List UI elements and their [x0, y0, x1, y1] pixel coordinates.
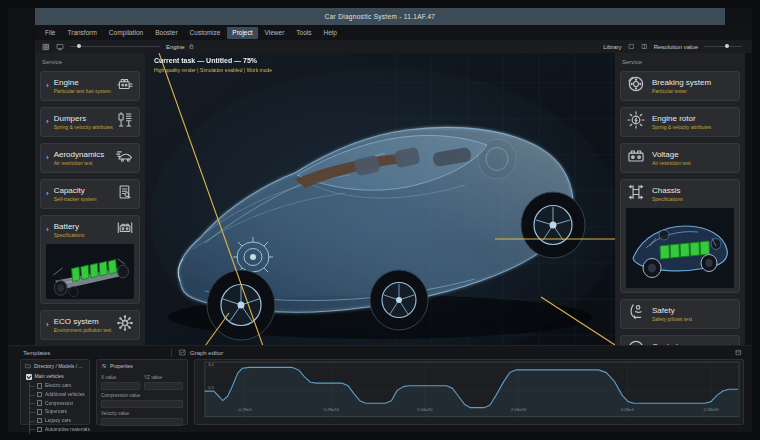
card-title: Chassis	[652, 186, 734, 195]
tree-item-marker	[37, 427, 43, 433]
directory-header: Directory / Models / ...	[34, 363, 83, 369]
eco-icon	[116, 314, 134, 332]
app-frame: Car Diagnostic System - 11.1AF.47 FileTr…	[8, 8, 752, 432]
tree-root-item[interactable]: Main vehicles	[26, 374, 86, 380]
chevron-right-icon: ›	[46, 226, 49, 234]
service-card-safety[interactable]: SafetySafety pillows test	[620, 299, 740, 329]
chevron-right-icon: ›	[46, 321, 49, 329]
card-title: Battery	[54, 222, 116, 231]
checkbox-checked-icon[interactable]	[26, 374, 32, 380]
layout-single-icon[interactable]	[628, 43, 635, 50]
properties-header: Properties	[110, 363, 133, 369]
damper-icon	[116, 111, 134, 129]
menu-item-booster[interactable]: Booster	[150, 27, 182, 39]
graph-editor-header[interactable]: Graph editor	[179, 349, 223, 356]
brake-icon	[626, 74, 646, 94]
lock-icon	[188, 43, 195, 50]
layout-split-icon[interactable]	[641, 43, 648, 50]
panel-options-icon[interactable]	[735, 349, 742, 356]
sliders-icon	[101, 363, 107, 369]
folder-icon	[25, 363, 31, 369]
tree-item-marker	[37, 400, 43, 406]
yz-value-input[interactable]	[144, 382, 183, 391]
engine-selector[interactable]: Engine	[166, 43, 195, 50]
left-service-header: Service	[35, 55, 145, 71]
menu-item-transform[interactable]: Transform	[62, 27, 101, 39]
service-card-dumpers[interactable]: ›DumpersSpring & velocity attributes	[40, 107, 140, 137]
card-title: Engine	[54, 78, 116, 87]
chassis-preview-image	[626, 208, 734, 288]
aerodynamics-icon	[116, 147, 134, 165]
car-render	[145, 53, 615, 346]
monitor-icon	[56, 43, 64, 51]
velocity-value-input[interactable]	[101, 418, 183, 427]
service-card-engine-rotor[interactable]: Engine rotorSpring & velocity attributes	[620, 107, 740, 137]
chevron-right-icon: ›	[46, 82, 49, 90]
tree-item-legacy-cars[interactable]: Legacy cars	[30, 416, 87, 425]
sliders-icon	[101, 363, 107, 369]
task-status: High quality render | Simulation enabled…	[154, 67, 272, 73]
card-subtitle: Particular tester	[652, 88, 734, 94]
service-card-breaking-system[interactable]: Breaking systemParticular tester	[620, 71, 740, 101]
battery-preview-image	[46, 244, 134, 299]
tree-item-marker	[37, 392, 43, 398]
service-card-eco-system[interactable]: ›ECO systemEnvironment pollution test	[40, 310, 140, 340]
menu-item-project[interactable]: Project	[227, 27, 257, 39]
tree-item-marker	[37, 409, 43, 415]
tree-item-compression[interactable]: Compression	[30, 399, 87, 408]
service-card-capacity[interactable]: ›CapacitySelf-tracker system	[40, 179, 140, 209]
card-subtitle: Particular test fuel system	[54, 88, 116, 94]
compression-value-input[interactable]	[101, 400, 183, 409]
battery-icon	[116, 219, 134, 237]
tree-item-additional-vehicles[interactable]: Additional vehicles	[30, 390, 87, 399]
graph-editor-label: Graph editor	[190, 350, 223, 356]
viewport-3d[interactable]: Current task — Untitled — 75% High quali…	[145, 53, 615, 346]
window-title: Car Diagnostic System - 11.1AF.47	[325, 13, 436, 20]
menu-item-viewer[interactable]: Viewer	[260, 27, 290, 39]
menu-item-help[interactable]: Help	[319, 27, 342, 39]
card-title: Capacity	[54, 186, 116, 195]
grid-view-button[interactable]	[42, 43, 50, 51]
card-subtitle: Specifications	[652, 196, 734, 202]
chevron-right-icon: ›	[46, 154, 49, 162]
resolution-slider[interactable]	[704, 46, 742, 47]
graph-icon	[179, 349, 186, 356]
service-card-voltage[interactable]: VoltageAir restriction test	[620, 143, 740, 173]
title-bar[interactable]: Car Diagnostic System - 11.1AF.47	[35, 8, 725, 25]
engine-selector-label: Engine	[166, 44, 185, 50]
templates-header[interactable]: Templates	[8, 350, 171, 356]
card-subtitle: Safety pillows test	[652, 316, 734, 322]
x-value-input[interactable]	[101, 382, 140, 391]
menu-item-tools[interactable]: Tools	[291, 27, 316, 39]
card-subtitle: Spring & velocity attributes	[652, 124, 734, 130]
tree-item-supercars[interactable]: Supercars	[30, 408, 87, 417]
grid-icon	[42, 43, 50, 51]
service-card-battery[interactable]: ›BatterySpecifications	[40, 215, 140, 304]
tree-root-label: Main vehicles	[35, 374, 64, 379]
tree-item-electric-cars[interactable]: Electric cars	[30, 382, 87, 391]
menu-bar: FileTransformCompilationBoosterCustomize…	[35, 25, 752, 40]
graph-editor-canvas[interactable]: -0.29e40.29e201.06e202.06e204.29e42.09e2…	[194, 359, 744, 425]
service-card-chassis[interactable]: ChassisSpecifications	[620, 179, 740, 293]
properties-panel: Properties X value YZ value Compression …	[96, 359, 188, 425]
voltage-icon	[626, 146, 646, 166]
capacity-icon	[116, 183, 134, 201]
card-title: Safety	[652, 306, 734, 315]
toolbar-left-slider[interactable]	[70, 46, 160, 47]
monitor-view-button[interactable]	[56, 43, 64, 51]
tree-item-marker	[37, 383, 43, 389]
card-subtitle: Air restriction test	[652, 160, 734, 166]
chassis-icon	[626, 182, 646, 202]
menu-item-file[interactable]: File	[40, 27, 60, 39]
card-title: Voltage	[652, 150, 734, 159]
menu-item-customize[interactable]: Customize	[185, 27, 226, 39]
card-title: ECO system	[54, 317, 116, 326]
tree-item-automotive-materials[interactable]: Automotive materials	[30, 425, 87, 434]
engine-icon	[116, 75, 134, 93]
task-overlay: Current task — Untitled — 75% High quali…	[154, 57, 272, 73]
library-button[interactable]: Library	[603, 44, 621, 50]
service-card-engine[interactable]: ›EngineParticular test fuel system	[40, 71, 140, 101]
menu-item-compilation[interactable]: Compilation	[104, 27, 148, 39]
resolution-selector[interactable]: Resolution value	[654, 44, 698, 50]
service-card-aerodynamics[interactable]: ›AerodynamicsAir restriction test	[40, 143, 140, 173]
